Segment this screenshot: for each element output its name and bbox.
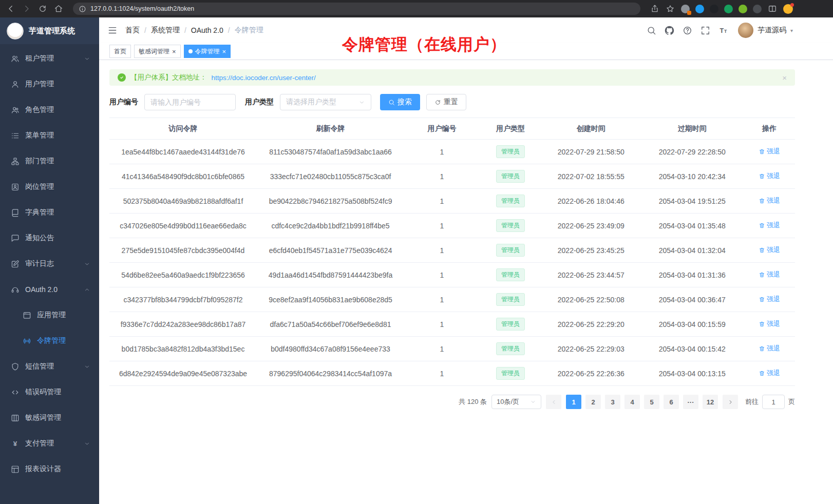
info-icon[interactable] <box>79 5 86 13</box>
tab-home[interactable]: 首页 <box>109 45 131 58</box>
cell-actions: 强退 <box>744 164 795 189</box>
user-menu[interactable]: 芋道源码 ▾ <box>738 23 793 38</box>
app-logo[interactable]: 芋道管理系统 <box>0 17 99 44</box>
font-size-icon[interactable]: TT <box>718 26 728 35</box>
cell-created-time: 2022-07-29 21:58:50 <box>541 140 641 164</box>
search-icon[interactable] <box>647 26 656 35</box>
doc-link[interactable]: https://doc.iocoder.cn/user-center/ <box>212 74 316 82</box>
breadcrumb-item[interactable]: OAuth 2.0 <box>191 26 223 34</box>
sidebar-item-user[interactable]: 用户管理 <box>0 71 99 97</box>
sidebar-item-sms[interactable]: 短信管理 <box>0 354 99 379</box>
cell-created-time: 2022-06-26 18:04:46 <box>541 189 641 214</box>
cell-user-type: 管理员 <box>480 263 541 287</box>
browser-profile-avatar[interactable] <box>783 4 793 14</box>
tab-close-icon[interactable]: × <box>222 48 226 55</box>
force-logout-button[interactable]: 强退 <box>759 369 780 378</box>
filter-form: 用户编号 用户类型 请选择用户类型 搜索 重置 <box>109 94 795 110</box>
pager-page[interactable]: 3 <box>605 395 620 409</box>
sidebar-item-post[interactable]: 岗位管理 <box>0 174 99 200</box>
column-header-refresh-token: 刷新令牌 <box>257 118 404 140</box>
sidebar-item-label: 部门管理 <box>25 157 90 166</box>
sidebar-item-oauth[interactable]: OAuth 2.0 <box>0 277 99 302</box>
star-icon[interactable] <box>666 4 675 13</box>
force-logout-button[interactable]: 强退 <box>759 171 780 181</box>
user-type-tag: 管理员 <box>496 195 525 207</box>
sidebar-item-oauth-app[interactable]: 应用管理 <box>0 302 99 328</box>
extension-icon[interactable] <box>739 5 747 13</box>
table-row: f9336e7c7dd242a283ee98dc86b17a87dfa6c71a… <box>109 312 795 337</box>
pager-page[interactable]: 4 <box>624 395 640 409</box>
tab-sensitive[interactable]: 敏感词管理× <box>134 45 181 58</box>
extension-icon[interactable] <box>710 5 718 13</box>
pager-page[interactable]: 5 <box>644 395 659 409</box>
prev-page-button[interactable] <box>546 395 561 409</box>
extension-icon[interactable] <box>753 5 762 13</box>
tab-close-icon[interactable]: × <box>172 48 176 55</box>
trash-icon <box>759 345 765 352</box>
force-logout-button[interactable]: 强退 <box>759 245 780 255</box>
extension-icon[interactable] <box>681 5 690 13</box>
sidebar-item-role[interactable]: 角色管理 <box>0 97 99 123</box>
page-size-select[interactable]: 10条/页 <box>491 395 541 409</box>
sidebar-item-dict[interactable]: 字典管理 <box>0 200 99 225</box>
sidebar-item-audit[interactable]: 审计日志 <box>0 251 99 277</box>
sidebar-item-tenant[interactable]: 租户管理 <box>0 46 99 71</box>
breadcrumb-item[interactable]: 系统管理 <box>151 26 180 35</box>
pager-page[interactable]: 1 <box>566 395 581 409</box>
sidebar-item-report[interactable]: 报表设计器 <box>0 456 99 482</box>
pager-page[interactable]: 2 <box>585 395 601 409</box>
cell-expire-time: 2054-03-04 01:35:48 <box>641 214 744 238</box>
cell-user-id: 1 <box>404 312 480 337</box>
back-icon[interactable] <box>6 4 15 13</box>
search-button-label: 搜索 <box>397 98 412 107</box>
fullscreen-icon[interactable] <box>701 26 710 35</box>
force-logout-button[interactable]: 强退 <box>759 344 780 353</box>
forward-icon[interactable] <box>22 4 31 13</box>
pager-page[interactable]: 6 <box>664 395 679 409</box>
doc-alert: 【用户体系】文档地址： https://doc.iocoder.cn/user-… <box>109 69 795 86</box>
sidebar-item-sensitive[interactable]: 敏感词管理 <box>0 405 99 431</box>
sidebar-item-dept[interactable]: 部门管理 <box>0 148 99 174</box>
force-logout-button[interactable]: 强退 <box>759 147 780 156</box>
sidebar-item-errorcode[interactable]: 错误码管理 <box>0 379 99 405</box>
force-logout-button[interactable]: 强退 <box>759 319 780 328</box>
sidebar-collapse-icon[interactable] <box>107 25 118 35</box>
sidebar-item-oauth-token[interactable]: 令牌管理 <box>0 328 99 354</box>
tab-token[interactable]: 令牌管理× <box>184 45 231 58</box>
user-type-select[interactable]: 请选择用户类型 <box>280 94 371 110</box>
force-logout-button[interactable]: 强退 <box>759 295 780 304</box>
pager-more[interactable]: ··· <box>683 395 698 409</box>
reader-mode-icon[interactable] <box>768 4 777 13</box>
extension-icon[interactable] <box>695 5 704 13</box>
force-logout-button[interactable]: 强退 <box>759 221 780 230</box>
github-icon[interactable] <box>665 26 674 35</box>
sidebar-item-menu[interactable]: 菜单管理 <box>0 123 99 148</box>
share-icon[interactable] <box>650 4 659 13</box>
force-logout-button[interactable]: 强退 <box>759 270 780 279</box>
sidebar-item-label: 租户管理 <box>25 54 78 63</box>
user-id-input[interactable] <box>144 94 236 110</box>
url-bar[interactable]: 127.0.0.1:1024/system/oauth2/token <box>73 3 640 15</box>
reload-icon[interactable] <box>38 4 47 13</box>
force-logout-label: 强退 <box>767 369 780 378</box>
home-icon[interactable] <box>54 4 63 13</box>
report-icon <box>11 465 20 474</box>
breadcrumb-item[interactable]: 首页 <box>125 26 140 35</box>
sidebar-item-pay[interactable]: ¥支付管理 <box>0 431 99 456</box>
cell-user-type: 管理员 <box>480 312 541 337</box>
force-logout-label: 强退 <box>767 171 780 181</box>
reset-button[interactable]: 重置 <box>426 94 466 110</box>
alert-close-icon[interactable]: × <box>782 73 787 82</box>
logo-avatar <box>7 23 24 40</box>
sidebar-item-notice[interactable]: 通知公告 <box>0 225 99 251</box>
extension-icon[interactable] <box>724 5 733 13</box>
pager-page[interactable]: 12 <box>703 395 718 409</box>
extension-badge <box>687 11 691 15</box>
next-page-button[interactable] <box>723 395 738 409</box>
question-icon[interactable] <box>683 26 692 35</box>
force-logout-label: 强退 <box>767 270 780 279</box>
force-logout-button[interactable]: 强退 <box>759 196 780 205</box>
goto-page-input[interactable] <box>762 395 785 409</box>
search-button[interactable]: 搜索 <box>380 94 420 110</box>
table-row: 502375b8040a469a9b82188afdf6af1fbe90422b… <box>109 189 795 214</box>
